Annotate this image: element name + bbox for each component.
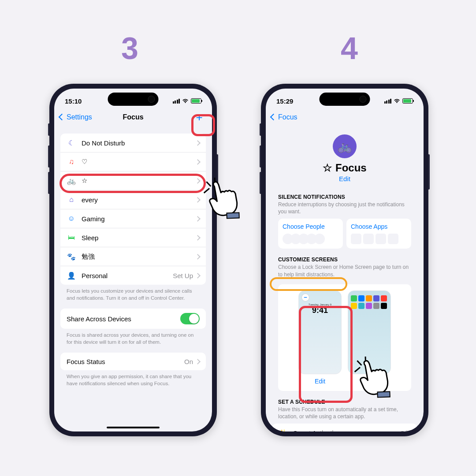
home-screen-preview[interactable]: Edit (348, 290, 391, 385)
row-detail: Off (400, 429, 409, 431)
choose-apps-title: Choose Apps (351, 223, 407, 230)
silence-sub: Reduce interruptions by choosing just th… (272, 201, 417, 219)
volume-up (48, 145, 49, 167)
paw-icon: 🐾 (67, 252, 76, 261)
chevron-right-icon (196, 252, 200, 261)
chevron-right-icon (196, 233, 200, 242)
back-button[interactable]: Focus (271, 113, 298, 121)
row-gaming[interactable]: ☺ Gaming (60, 209, 206, 228)
app-placeholders (351, 234, 407, 244)
bike-icon: 🚲 (67, 176, 76, 186)
row-personal[interactable]: 👤 Personal Set Up (60, 266, 206, 285)
app-icons (348, 291, 390, 313)
wifi-icon (394, 99, 400, 104)
row-focus-status[interactable]: Focus Status On (60, 353, 206, 370)
home-indicator[interactable] (107, 427, 160, 428)
phone-frame-right: 15:29 Focus 🚲 ☆ Focus Edit (261, 84, 428, 436)
chevron-right-icon (196, 157, 200, 166)
screens-section: − Tuesday, January 9 9:41 Edit Edit (278, 284, 411, 391)
row-detail: Set Up (173, 272, 193, 279)
nav-title: Focus (123, 113, 143, 121)
chevron-left-icon (60, 113, 66, 121)
edit-lock-screen[interactable]: Edit (298, 378, 342, 385)
row-detail: On (184, 358, 193, 365)
person-icon: 👤 (67, 271, 76, 280)
lock-screen-preview[interactable]: − Tuesday, January 9 9:41 Edit (298, 290, 342, 385)
battery-icon (191, 98, 201, 104)
focus-footnote: Focus lets you customize your devices an… (60, 285, 206, 301)
nav-bar: Settings Focus + (54, 108, 212, 126)
row-smart-activation[interactable]: ✨ Smart Activation Off (272, 424, 417, 431)
status-indicators (173, 98, 202, 104)
focus-title: ☆ Focus (272, 162, 417, 174)
content[interactable]: ☾ Do Not Disturb ♫ ♡ 🚲 ☆ ⌂ every (54, 126, 212, 431)
volume-up (260, 145, 261, 167)
power-button (428, 154, 430, 190)
share-toggle[interactable] (180, 313, 200, 324)
row-sleep[interactable]: 🛏 Sleep (60, 228, 206, 247)
customize-sub: Choose a Lock Screen or Home Screen page… (272, 264, 417, 281)
silence-title: SILENCE NOTIFICATIONS (272, 186, 417, 201)
chevron-right-icon (196, 357, 200, 366)
chevron-right-icon (196, 176, 200, 185)
chevron-right-icon (196, 214, 200, 223)
screen-left: 15:10 Settings Focus + ☾ Do Not Disturb (54, 89, 212, 431)
customize-title: CUSTOMIZE SCREENS (272, 249, 417, 264)
choose-people-card[interactable]: Choose People (278, 219, 343, 249)
row-dnd[interactable]: ☾ Do Not Disturb (60, 134, 206, 152)
chevron-right-icon (196, 195, 200, 204)
dynamic-island (320, 93, 370, 106)
row-study[interactable]: 🐾 勉強 (60, 247, 206, 266)
remove-icon[interactable]: − (301, 294, 309, 301)
focus-header: 🚲 ☆ Focus Edit (272, 126, 417, 186)
signal-icon (173, 99, 180, 104)
row-bike[interactable]: 🚲 ☆ (60, 171, 206, 190)
wand-icon: ✨ (278, 428, 288, 431)
choose-people-title: Choose People (283, 223, 338, 230)
back-label: Focus (278, 113, 298, 121)
mini-lock-screen: − Tuesday, January 9 9:41 (298, 290, 342, 374)
star-icon: ☆ (323, 162, 335, 174)
row-label: Personal (82, 272, 173, 279)
row-label: 勉強 (82, 253, 196, 261)
smile-icon: ☺ (67, 214, 76, 223)
edit-button[interactable]: Edit (272, 175, 417, 182)
choose-apps-card[interactable]: Choose Apps (346, 219, 411, 249)
add-button[interactable]: + (193, 111, 206, 124)
silent-switch (48, 123, 49, 136)
row-label: Do Not Disturb (82, 139, 196, 147)
status-time: 15:29 (276, 97, 293, 105)
edit-home-screen[interactable]: Edit (348, 378, 391, 385)
svg-rect-3 (227, 213, 239, 219)
battery-icon (402, 98, 413, 104)
schedule-section: ✨ Smart Activation Off (272, 424, 417, 431)
content[interactable]: 🚲 ☆ Focus Edit SILENCE NOTIFICATIONS Red… (266, 126, 424, 431)
signal-icon (384, 99, 392, 104)
share-section: Share Across Devices (60, 309, 206, 329)
share-footnote: Focus is shared across your devices, and… (60, 329, 206, 346)
row-share: Share Across Devices (60, 309, 206, 329)
bed-icon: 🛏 (67, 233, 76, 242)
schedule-title: SET A SCHEDULE (272, 391, 417, 406)
mini-time: 9:41 (299, 306, 341, 315)
row-every[interactable]: ⌂ every (60, 190, 206, 209)
row-label: ☆ (82, 177, 196, 185)
back-button[interactable]: Settings (60, 113, 92, 121)
status-section: Focus Status On (60, 353, 206, 370)
nav-bar: Focus (266, 108, 424, 126)
status-indicators (384, 98, 413, 104)
row-label: Sleep (82, 234, 196, 242)
row-label: every (82, 196, 196, 204)
phone-frame-left: 15:10 Settings Focus + ☾ Do Not Disturb (49, 84, 217, 436)
schedule-sub: Have this Focus turn on automatically at… (272, 406, 417, 424)
bike-icon: 🚲 (338, 140, 352, 153)
chevron-right-icon (196, 271, 200, 280)
screen-right: 15:29 Focus 🚲 ☆ Focus Edit (266, 89, 424, 431)
power-button (217, 154, 218, 190)
status-time: 15:10 (65, 97, 82, 105)
step-number-3: 3 (121, 31, 138, 66)
row-heart[interactable]: ♫ ♡ (60, 152, 206, 171)
wifi-icon (182, 99, 189, 104)
row-label: ♡ (82, 158, 196, 166)
chevron-right-icon (196, 138, 200, 147)
